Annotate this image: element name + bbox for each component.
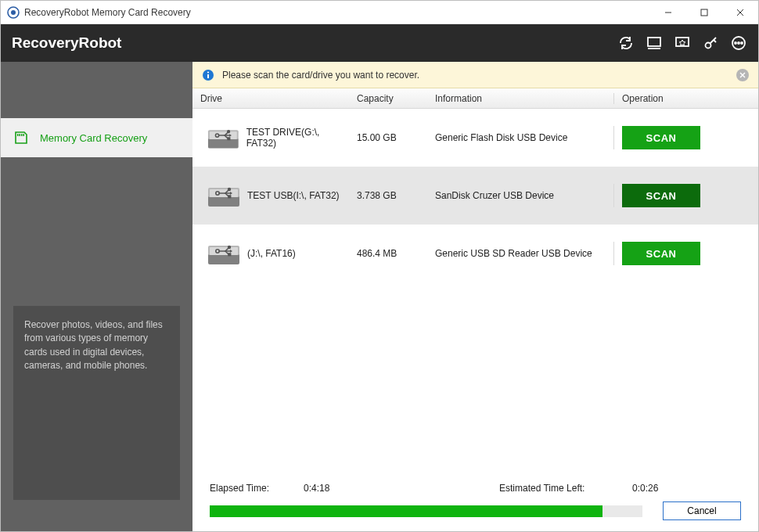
monitor-icon[interactable] [646, 34, 663, 52]
col-header-operation[interactable]: Operation [613, 93, 715, 104]
window-title: RecoveryRobot Memory Card Recovery [24, 7, 191, 18]
sidebar: Memory Card Recovery Recover photos, vid… [1, 62, 192, 531]
svg-point-28 [741, 42, 743, 44]
usb-drive-icon [207, 124, 240, 152]
drive-row[interactable]: (J:\, FAT16)486.4 MBGeneric USB SD Reade… [192, 225, 758, 282]
progress-fill [210, 505, 603, 517]
cancel-button[interactable]: Cancel [663, 501, 741, 520]
progress-times: Elapsed Time: 0:4:18 Estimated Time Left… [210, 483, 741, 494]
svg-rect-30 [207, 74, 209, 78]
svg-point-27 [738, 42, 739, 44]
content-panel: Please scan the card/drive you want to r… [192, 62, 758, 531]
scan-button[interactable]: SCAN [622, 126, 700, 149]
drive-capacity: 3.738 GB [349, 190, 427, 201]
drive-row[interactable]: TEST USB(I:\, FAT32)3.738 GBSanDisk Cruz… [192, 167, 758, 225]
feedback-icon[interactable] [674, 34, 691, 52]
close-info-button[interactable] [736, 69, 749, 81]
window-controls [650, 1, 758, 24]
usb-drive-icon [207, 239, 241, 268]
header-tools [617, 34, 747, 52]
scan-button[interactable]: SCAN [622, 184, 700, 207]
titlebar: RecoveryRobot Memory Card Recovery [1, 1, 758, 24]
close-button[interactable] [722, 1, 758, 24]
sd-card-icon [13, 131, 29, 144]
eta-value: 0:0:26 [632, 483, 658, 494]
drive-capacity: 15.00 GB [349, 132, 427, 143]
eta-label: Estimated Time Left: [499, 483, 632, 494]
drive-list: TEST DRIVE(G:\, FAT32)15.00 GBGeneric Fl… [192, 109, 758, 478]
col-header-capacity[interactable]: Capacity [349, 93, 427, 104]
minimize-button[interactable] [650, 1, 686, 24]
svg-point-26 [735, 42, 736, 44]
drive-information: Generic USB SD Reader USB Device [427, 248, 613, 259]
drive-name: (J:\, FAT16) [247, 248, 296, 259]
svg-line-24 [714, 40, 716, 42]
svg-point-22 [706, 43, 711, 49]
drive-capacity: 486.4 MB [349, 248, 427, 259]
info-icon [202, 69, 214, 81]
brand-label: RecoveryRobot [12, 34, 121, 52]
drive-information: Generic Flash Disk USB Device [427, 132, 613, 143]
progress-bar [210, 505, 642, 517]
drive-information: SanDisk Cruzer USB Device [427, 190, 613, 201]
main-area: Memory Card Recovery Recover photos, vid… [1, 62, 758, 531]
col-header-drive[interactable]: Drive [192, 93, 349, 104]
key-icon[interactable] [702, 34, 719, 52]
col-header-information[interactable]: Information [427, 93, 613, 104]
info-bar-text: Please scan the card/drive you want to r… [222, 70, 419, 81]
sidebar-item-memory-card-recovery[interactable]: Memory Card Recovery [1, 118, 192, 157]
elapsed-time-label: Elapsed Time: [210, 483, 304, 494]
svg-point-14 [11, 10, 16, 15]
app-window: RecoveryRobot Memory Card Recovery Recov… [0, 0, 759, 532]
progress-footer: Elapsed Time: 0:4:18 Estimated Time Left… [192, 478, 758, 531]
usb-drive-icon [207, 182, 241, 210]
drive-name: TEST USB(I:\, FAT32) [247, 190, 340, 201]
scan-button[interactable]: SCAN [622, 242, 700, 265]
sidebar-spacer [1, 62, 192, 118]
app-icon [7, 6, 20, 19]
sidebar-item-label: Memory Card Recovery [40, 132, 147, 144]
info-bar: Please scan the card/drive you want to r… [192, 62, 758, 88]
drive-name: TEST DRIVE(G:\, FAT32) [246, 127, 349, 149]
refresh-icon[interactable] [617, 34, 635, 52]
sidebar-description: Recover photos, videos, and files from v… [13, 306, 180, 500]
progress-row: Cancel [210, 501, 741, 520]
table-header: Drive Capacity Information Operation [192, 88, 758, 109]
elapsed-time-value: 0:4:18 [304, 483, 499, 494]
maximize-button[interactable] [686, 1, 722, 24]
close-icon [739, 72, 746, 78]
app-header: RecoveryRobot [1, 24, 758, 62]
svg-point-31 [207, 71, 209, 73]
drive-row[interactable]: TEST DRIVE(G:\, FAT32)15.00 GBGeneric Fl… [192, 109, 758, 167]
more-icon[interactable] [730, 34, 747, 52]
svg-rect-16 [701, 9, 707, 16]
svg-rect-19 [648, 38, 660, 46]
